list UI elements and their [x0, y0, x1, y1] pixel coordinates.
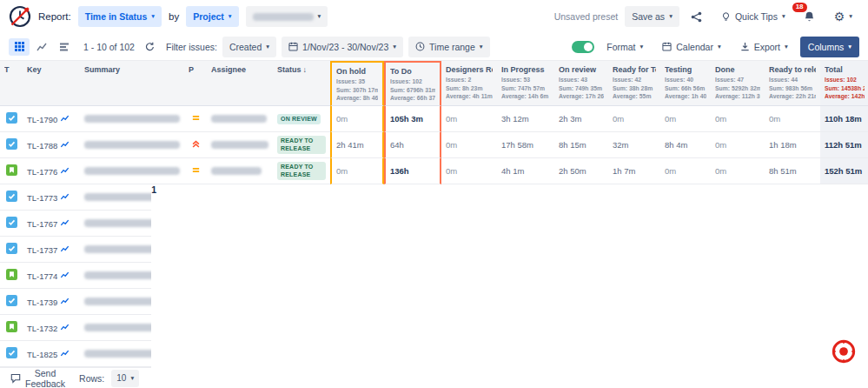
total-cell: 110h 18m — [820, 106, 868, 132]
table-header: TKeySummaryPAssigneeStatus↓On holdIssues… — [0, 61, 868, 106]
issue-key-link[interactable]: TL-1737 — [27, 245, 57, 255]
table-view-button[interactable] — [9, 38, 30, 56]
table-row: TL-1788READY TO RELEASE2h 41m64h0m17h 58… — [0, 132, 868, 158]
time-range-dropdown[interactable]: Time range ▾ — [408, 37, 489, 57]
issue-key-link[interactable]: TL-1776 — [27, 167, 57, 177]
rows-per-page-dropdown[interactable]: 10 ▾ — [111, 370, 139, 387]
trend-chart-icon[interactable] — [60, 114, 70, 123]
column-title: In Progress — [501, 65, 545, 74]
column-header-designers-review[interactable]: Designers ReviewIssues:2Sum:8h 23mAverag… — [441, 61, 497, 106]
trend-chart-icon[interactable] — [60, 271, 70, 279]
notifications-button[interactable]: 18 — [799, 6, 820, 27]
column-header-ready-for-testing[interactable]: Ready for TestingIssues:42Sum:38h 28mAve… — [608, 61, 660, 106]
column-stat-sum: Sum:66h 56m — [665, 84, 706, 93]
issue-key-cell: TL-1773 — [23, 184, 80, 211]
column-stat-sum: Sum:14538h 22m — [825, 84, 865, 93]
calendar-dropdown[interactable]: Calendar ▾ — [655, 37, 727, 57]
trend-chart-icon[interactable] — [60, 297, 70, 305]
column-header-ready-to-release[interactable]: Ready to releaseIssues:44Sum:983h 56mAve… — [765, 61, 820, 106]
chevron-down-icon: ▾ — [849, 13, 852, 20]
column-header-on-hold[interactable]: On holdIssues:35Sum:307h 17mAverage:8h 4… — [330, 61, 384, 106]
time-cell: 0m — [660, 158, 711, 184]
issue-key-link[interactable]: TL-1825 — [27, 350, 57, 359]
column-header-key[interactable]: Key — [23, 61, 80, 106]
column-header-in-progress[interactable]: In ProgressIssues:53Sum:747h 57mAverage:… — [497, 61, 554, 106]
trend-chart-icon[interactable] — [60, 166, 70, 175]
columns-dropdown[interactable]: Columns ▾ — [800, 37, 859, 57]
task-type-icon — [6, 347, 17, 358]
column-header-total[interactable]: TotalIssues:102Sum:14538h 22mAverage:142… — [820, 61, 868, 106]
column-header-testing[interactable]: TestingIssues:40Sum:66h 56mAverage:1h 40… — [660, 61, 711, 106]
group-by-value: Project — [193, 11, 224, 22]
issue-key-link[interactable]: TL-1774 — [27, 271, 57, 281]
issue-type-cell — [0, 132, 23, 158]
time-cell: 0m — [441, 106, 497, 132]
story-type-icon — [6, 321, 17, 332]
trend-chart-icon[interactable] — [60, 218, 70, 227]
time-cell: 136h — [384, 158, 441, 184]
issue-key-link[interactable]: TL-1732 — [27, 324, 57, 333]
total-cell: 152h 51m — [820, 158, 868, 184]
column-header-on-review[interactable]: On reviewIssues:43Sum:749h 35mAverage:17… — [554, 61, 608, 106]
column-title: T — [4, 65, 10, 74]
filter-created-dropdown[interactable]: Created ▾ — [222, 37, 276, 57]
issue-type-cell — [0, 341, 23, 367]
trend-chart-icon[interactable] — [60, 349, 70, 358]
column-stat-sum: Sum:8h 23m — [446, 84, 493, 93]
time-cell: 32m — [608, 132, 660, 158]
column-title: Designers Review — [446, 65, 493, 74]
issue-key-link[interactable]: TL-1739 — [27, 298, 57, 307]
priority-cell — [184, 158, 207, 184]
column-header-assignee[interactable]: Assignee — [207, 61, 273, 106]
format-dropdown[interactable]: Format ▾ — [600, 37, 650, 57]
chart-view-button[interactable] — [31, 38, 52, 56]
filter-issues-label: Filter issues: — [166, 42, 217, 52]
time-cell: 0m — [608, 106, 660, 132]
format-toggle[interactable] — [572, 41, 594, 53]
column-header-p[interactable]: P — [184, 61, 207, 106]
time-cell: 0m — [660, 106, 711, 132]
format-label: Format — [606, 42, 635, 52]
column-stat-issues: Issues:42 — [613, 76, 656, 84]
issue-key-link[interactable]: TL-1788 — [27, 141, 57, 151]
send-feedback-button[interactable]: Send Feedback — [10, 368, 65, 388]
list-view-button[interactable] — [54, 38, 75, 56]
issue-key-cell: TL-1825 — [23, 341, 80, 367]
trend-chart-icon[interactable] — [60, 323, 70, 331]
settings-button[interactable]: ⚙ ▾ — [827, 6, 859, 27]
project-filter-dropdown[interactable]: ▾ — [246, 6, 328, 27]
time-cell: 0m — [441, 132, 497, 158]
quick-tips-button[interactable]: Quick Tips ▾ — [714, 6, 792, 27]
refresh-icon[interactable] — [140, 37, 161, 57]
column-stat-issues: Issues:102 — [825, 76, 865, 84]
trend-chart-icon[interactable] — [60, 192, 70, 201]
issue-key-link[interactable]: TL-1773 — [27, 193, 57, 203]
feedback-widget-icon[interactable] — [832, 339, 856, 364]
issue-type-cell — [0, 158, 23, 184]
column-header-done[interactable]: DoneIssues:47Sum:5292h 32mAverage:112h 3… — [711, 61, 765, 106]
share-icon[interactable] — [686, 6, 707, 27]
save-as-button[interactable]: Save as ▾ — [625, 6, 679, 27]
trend-chart-icon[interactable] — [60, 140, 70, 149]
column-stat-average: Average:17h 26m — [559, 92, 604, 101]
export-dropdown[interactable]: Export ▾ — [733, 37, 795, 57]
issue-key-link[interactable]: TL-1767 — [27, 219, 57, 229]
report-type-dropdown[interactable]: Time in Status ▾ — [78, 6, 162, 27]
assignee-cell — [207, 132, 273, 158]
issue-key-cell: TL-1767 — [23, 211, 80, 237]
date-range-picker[interactable]: 1/Nov/23 - 30/Nov/23 ▾ — [282, 37, 403, 57]
issue-key-link[interactable]: TL-1790 — [27, 115, 57, 124]
summary-blurred-text — [84, 167, 180, 175]
column-stat-average: Average:8h 46m — [336, 94, 378, 103]
column-header-status[interactable]: Status↓ — [273, 61, 330, 106]
page-1[interactable]: 1 — [151, 184, 868, 388]
column-header-to-do[interactable]: To DoIssues:102Sum:6796h 31mAverage:66h … — [384, 61, 441, 106]
task-type-icon — [6, 191, 17, 202]
column-header-summary[interactable]: Summary — [80, 61, 184, 106]
column-title: P — [189, 65, 194, 74]
gear-icon: ⚙ — [834, 10, 845, 23]
trend-chart-icon[interactable] — [60, 244, 70, 253]
column-header-t[interactable]: T — [0, 61, 23, 106]
footer-bar: Send Feedback Rows: 10 ▾ 12345›» — [0, 367, 868, 388]
group-by-dropdown[interactable]: Project ▾ — [186, 6, 238, 27]
